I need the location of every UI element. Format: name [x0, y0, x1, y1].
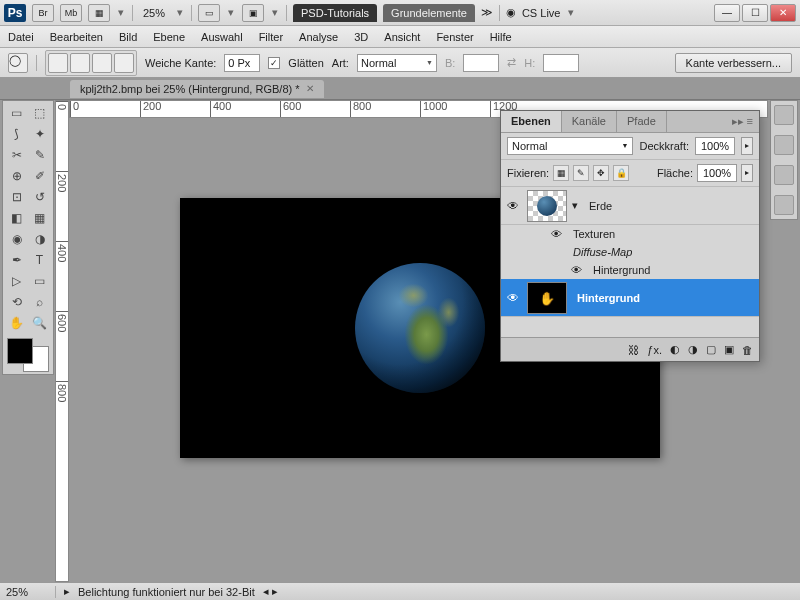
minimize-button[interactable]: —	[714, 4, 740, 22]
group-icon[interactable]: ▢	[706, 343, 716, 356]
sublayer-hintergrund[interactable]: 👁Hintergrund	[501, 261, 759, 279]
delete-icon[interactable]: 🗑	[742, 344, 753, 356]
brush-tool[interactable]: ✐	[28, 166, 51, 187]
dropdown-icon[interactable]: ▾	[270, 6, 280, 19]
menu-auswahl[interactable]: Auswahl	[201, 31, 243, 43]
tab-pfade[interactable]: Pfade	[617, 111, 667, 132]
cslive-label[interactable]: CS Live	[522, 7, 561, 19]
close-tab-icon[interactable]: ✕	[306, 83, 314, 94]
gradient-tool[interactable]: ▦	[28, 208, 51, 229]
dropdown-icon[interactable]: ▾	[116, 6, 126, 19]
eyedropper-tool[interactable]: ✎	[28, 145, 51, 166]
pen-tool[interactable]: ✒	[5, 250, 28, 271]
fill-arrow[interactable]: ▸	[741, 164, 753, 182]
tab-kanaele[interactable]: Kanäle	[562, 111, 617, 132]
arrange-button[interactable]: ▭	[198, 4, 220, 22]
lock-transparent-icon[interactable]: ▦	[553, 165, 569, 181]
menu-analyse[interactable]: Analyse	[299, 31, 338, 43]
minibridge-button[interactable]: Mb	[60, 4, 82, 22]
3d-tool[interactable]: ⟲	[5, 292, 28, 313]
tab-ebenen[interactable]: Ebenen	[501, 111, 562, 132]
path-tool[interactable]: ▷	[5, 271, 28, 292]
sublayer-texturen[interactable]: 👁Texturen	[501, 225, 759, 243]
selection-add-icon[interactable]	[70, 53, 90, 73]
fill-input[interactable]: 100%	[697, 164, 737, 182]
crop-tool[interactable]: ✂	[5, 145, 28, 166]
lock-position-icon[interactable]: ✥	[593, 165, 609, 181]
lock-pixels-icon[interactable]: ✎	[573, 165, 589, 181]
hand-tool[interactable]: ✋	[5, 313, 28, 334]
opacity-input[interactable]: 100%	[695, 137, 735, 155]
layer-hintergrund[interactable]: 👁 Hintergrund	[501, 279, 759, 317]
selection-subtract-icon[interactable]	[92, 53, 112, 73]
blend-mode-select[interactable]: Normal	[507, 137, 633, 155]
selection-intersect-icon[interactable]	[114, 53, 134, 73]
menu-ebene[interactable]: Ebene	[153, 31, 185, 43]
current-tool-icon[interactable]: ◯	[8, 53, 28, 73]
wand-tool[interactable]: ✦	[28, 124, 51, 145]
zoom-tool[interactable]: 🔍	[28, 313, 51, 334]
bridge-button[interactable]: Br	[32, 4, 54, 22]
adjustment-icon[interactable]: ◑	[688, 343, 698, 356]
new-layer-icon[interactable]: ▣	[724, 343, 734, 356]
antialias-checkbox[interactable]: ✓	[268, 57, 280, 69]
dodge-tool[interactable]: ◑	[28, 229, 51, 250]
layer-name[interactable]: Erde	[581, 200, 759, 212]
color-swatches[interactable]	[5, 338, 51, 372]
document-tab[interactable]: kplj2th2.bmp bei 25% (Hintergrund, RGB/8…	[70, 80, 324, 98]
layer-name[interactable]: Hintergrund	[569, 292, 759, 304]
visibility-icon[interactable]: 👁	[501, 291, 525, 305]
zoom-level[interactable]: 25%	[139, 7, 169, 19]
layer-erde[interactable]: 👁 ▾ Erde	[501, 187, 759, 225]
dropdown-icon[interactable]: ▾	[175, 6, 185, 19]
dropdown-icon[interactable]: ▾	[226, 6, 236, 19]
menu-hilfe[interactable]: Hilfe	[490, 31, 512, 43]
eraser-tool[interactable]: ◧	[5, 208, 28, 229]
shape-tool[interactable]: ▭	[28, 271, 51, 292]
camera-tool[interactable]: ⌕	[28, 292, 51, 313]
view-extras-button[interactable]: ▦	[88, 4, 110, 22]
workspace-tab[interactable]: PSD-Tutorials	[293, 4, 377, 22]
mask-icon[interactable]: ◐	[670, 343, 680, 356]
menu-bild[interactable]: Bild	[119, 31, 137, 43]
link-icon[interactable]: ⛓	[628, 344, 639, 356]
visibility-icon[interactable]: 👁	[501, 199, 525, 213]
status-arrow-icon[interactable]: ▸	[64, 585, 70, 598]
heal-tool[interactable]: ⊕	[5, 166, 28, 187]
panel-menu-icon[interactable]: ▸▸ ≡	[726, 111, 759, 132]
menu-datei[interactable]: Datei	[8, 31, 34, 43]
panel-icon[interactable]	[774, 135, 794, 155]
menu-filter[interactable]: Filter	[259, 31, 283, 43]
panel-icon[interactable]	[774, 195, 794, 215]
visibility-icon[interactable]: 👁	[571, 264, 587, 276]
menu-ansicht[interactable]: Ansicht	[384, 31, 420, 43]
lasso-tool[interactable]: ⟆	[5, 124, 28, 145]
layer-thumbnail[interactable]	[527, 282, 567, 314]
panel-icon[interactable]	[774, 165, 794, 185]
stamp-tool[interactable]: ⊡	[5, 187, 28, 208]
expand-icon[interactable]: ▾	[569, 199, 581, 212]
layer-thumbnail[interactable]	[527, 190, 567, 222]
marquee-tool[interactable]: ⬚	[28, 103, 51, 124]
workspace-more-icon[interactable]: ≫	[481, 6, 493, 19]
sublayer-diffuse[interactable]: Diffuse-Map	[501, 243, 759, 261]
visibility-icon[interactable]: 👁	[551, 228, 567, 240]
close-button[interactable]: ✕	[770, 4, 796, 22]
opacity-arrow[interactable]: ▸	[741, 137, 753, 155]
screen-mode-button[interactable]: ▣	[242, 4, 264, 22]
menu-bearbeiten[interactable]: Bearbeiten	[50, 31, 103, 43]
menu-fenster[interactable]: Fenster	[436, 31, 473, 43]
style-select[interactable]: Normal	[357, 54, 437, 72]
blur-tool[interactable]: ◉	[5, 229, 28, 250]
status-zoom[interactable]: 25%	[6, 586, 56, 598]
fx-icon[interactable]: ƒx.	[647, 344, 662, 356]
move-tool[interactable]: ▭	[5, 103, 28, 124]
refine-edge-button[interactable]: Kante verbessern...	[675, 53, 792, 73]
maximize-button[interactable]: ☐	[742, 4, 768, 22]
status-arrow-icon[interactable]: ◂ ▸	[263, 585, 278, 598]
workspace-tab[interactable]: Grundelemente	[383, 4, 475, 22]
lock-all-icon[interactable]: 🔒	[613, 165, 629, 181]
type-tool[interactable]: T	[28, 250, 51, 271]
menu-3d[interactable]: 3D	[354, 31, 368, 43]
panel-icon[interactable]	[774, 105, 794, 125]
